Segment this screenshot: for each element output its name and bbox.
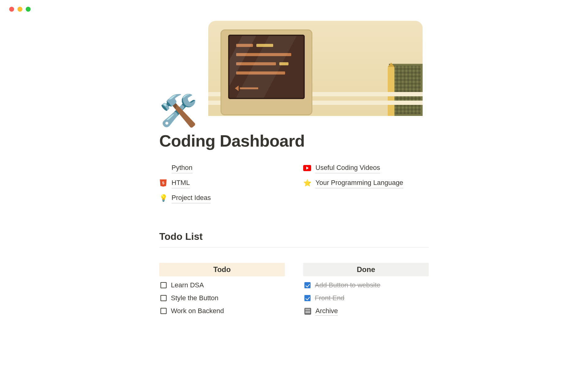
checkbox-unchecked[interactable] (160, 295, 167, 301)
page-link-project-ideas[interactable]: 💡 Project Ideas (159, 193, 285, 203)
lightbulb-icon: 💡 (159, 194, 167, 202)
todo-columns: Todo Learn DSA Style the Button Work on … (159, 263, 429, 318)
done-item-label: Front End (315, 294, 345, 302)
done-item[interactable]: Front End (303, 292, 429, 305)
column-done: Done Add Button to website Front End Arc… (303, 263, 429, 318)
checkbox-unchecked[interactable] (160, 282, 167, 288)
page-link-archive[interactable]: Archive (303, 305, 429, 318)
star-icon: ⭐ (303, 179, 311, 187)
page-link-label: Python (172, 163, 193, 173)
todo-item[interactable]: Learn DSA (159, 279, 285, 292)
checkbox-checked[interactable] (304, 295, 311, 301)
todo-item-label: Work on Backend (171, 307, 224, 315)
page-link-useful-videos[interactable]: Useful Coding Videos (303, 163, 429, 173)
page-link-html[interactable]: HTML (159, 178, 285, 188)
page-links: Python HTML 💡 Project Ideas Useful Codin… (159, 163, 429, 203)
column-todo: Todo Learn DSA Style the Button Work on … (159, 263, 285, 318)
youtube-icon (303, 164, 311, 172)
page-link-label: Your Programming Language (315, 178, 403, 188)
links-column-left: Python HTML 💡 Project Ideas (159, 163, 285, 203)
window-minimize-button[interactable] (17, 7, 22, 12)
archive-label: Archive (315, 307, 338, 316)
section-heading-todo-list[interactable]: Todo List (159, 231, 429, 242)
done-item-label: Add Button to website (315, 281, 380, 289)
page-link-python[interactable]: Python (159, 163, 285, 173)
page-link-label: HTML (172, 178, 190, 188)
divider (159, 247, 429, 247)
checkbox-checked[interactable] (304, 282, 311, 288)
links-column-right: Useful Coding Videos ⭐ Your Programming … (303, 163, 429, 203)
todo-item[interactable]: Work on Backend (159, 305, 285, 317)
todo-item-label: Learn DSA (171, 281, 204, 289)
checkbox-unchecked[interactable] (160, 308, 167, 314)
window-close-button[interactable] (9, 7, 14, 12)
window-maximize-button[interactable] (26, 7, 31, 12)
html5-icon (159, 179, 167, 187)
column-header-done[interactable]: Done (303, 263, 429, 276)
column-header-todo[interactable]: Todo (159, 263, 285, 276)
page-link-programming-language[interactable]: ⭐ Your Programming Language (303, 178, 429, 188)
done-item[interactable]: Add Button to website (303, 279, 429, 292)
todo-item[interactable]: Style the Button (159, 292, 285, 305)
page-link-label: Project Ideas (172, 193, 211, 203)
page-icon[interactable]: 🛠️ (159, 95, 429, 126)
page-link-label: Useful Coding Videos (315, 163, 380, 173)
page-title[interactable]: Coding Dashboard (159, 131, 429, 150)
window-controls (0, 0, 588, 12)
todo-item-label: Style the Button (171, 294, 218, 302)
archive-icon (304, 308, 311, 315)
